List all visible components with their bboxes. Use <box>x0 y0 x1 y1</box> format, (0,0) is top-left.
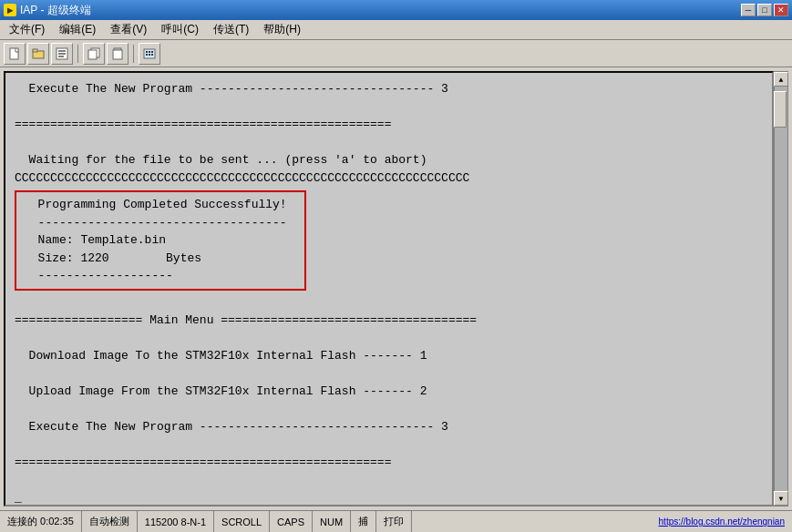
scroll-track[interactable] <box>775 87 787 491</box>
title-bar-left: ▶ IAP - 超级终端 <box>4 3 91 18</box>
terminal-line: Waiting for the file to be sent ... (pre… <box>15 151 763 169</box>
svg-rect-8 <box>88 50 97 59</box>
toolbar-open-btn[interactable] <box>27 43 49 65</box>
menu-edit[interactable]: 编辑(E) <box>52 20 103 39</box>
cursor-line: _ <box>15 489 763 506</box>
file-name: Name: Template.bin <box>24 231 297 250</box>
terminal-line <box>15 294 763 312</box>
toolbar <box>0 40 792 67</box>
toolbar-new-btn[interactable] <box>4 43 26 65</box>
toolbar-separator-2 <box>133 45 134 63</box>
terminal-line: Execute The New Program ----------------… <box>15 418 763 436</box>
terminal-line <box>15 472 763 490</box>
terminal-line: CCCCCCCCCCCCCCCCCCCCCCCCCCCCCCCCCCCCCCCC… <box>15 169 763 188</box>
menu-help[interactable]: 帮助(H) <box>256 20 308 39</box>
terminal-line: ================== Main Menu ===========… <box>15 312 763 330</box>
status-baud: 115200 8-N-1 <box>138 511 214 532</box>
menu-file[interactable]: 文件(F) <box>2 20 52 39</box>
status-scroll: SCROLL <box>214 511 270 532</box>
status-num: NUM <box>313 511 351 532</box>
scroll-down-button[interactable]: ▼ <box>774 491 788 506</box>
terminal-line: Execute The New Program ----------------… <box>15 80 763 98</box>
terminal[interactable]: Execute The New Program ----------------… <box>4 71 774 506</box>
window-title: IAP - 超级终端 <box>20 3 91 18</box>
svg-rect-15 <box>146 54 148 56</box>
terminal-line <box>15 134 763 152</box>
svg-rect-14 <box>151 51 153 53</box>
terminal-line <box>15 436 763 455</box>
menu-transfer[interactable]: 传送(T) <box>206 20 256 39</box>
status-link[interactable]: https://blog.csdn.net/zhengnian <box>652 515 792 528</box>
status-capture: 捕 <box>351 511 376 532</box>
svg-rect-2 <box>33 49 37 52</box>
svg-rect-13 <box>149 51 150 53</box>
toolbar-paste-btn[interactable] <box>107 43 129 65</box>
terminal-line <box>15 365 763 384</box>
status-connection: 连接的 0:02:35 <box>0 511 82 532</box>
highlight-separator: ----------------------------------- <box>24 214 297 232</box>
scroll-up-button[interactable]: ▲ <box>774 72 788 87</box>
terminal-container: Execute The New Program ----------------… <box>0 67 792 510</box>
scroll-thumb[interactable] <box>774 91 787 128</box>
svg-rect-10 <box>113 50 122 59</box>
title-bar: ▶ IAP - 超级终端 ─ □ ✕ <box>0 0 792 20</box>
minimize-button[interactable]: ─ <box>741 4 756 16</box>
terminal-line <box>15 330 763 348</box>
toolbar-dial-btn[interactable] <box>139 43 160 65</box>
terminal-line: ========================================… <box>15 454 763 472</box>
toolbar-properties-btn[interactable] <box>51 43 73 65</box>
highlight-box: Programming Completed Successfully! ----… <box>15 190 306 291</box>
status-detect[interactable]: 自动检测 <box>82 511 138 532</box>
status-print: 打印 <box>376 511 412 532</box>
menu-view[interactable]: 查看(V) <box>103 20 154 39</box>
toolbar-separator-1 <box>77 45 78 63</box>
app-icon: ▶ <box>4 4 16 16</box>
close-button[interactable]: ✕ <box>774 4 788 16</box>
svg-rect-16 <box>149 54 150 56</box>
terminal-line: Download Image To the STM32F10x Internal… <box>15 347 763 365</box>
scrollbar[interactable]: ▲ ▼ <box>774 71 788 506</box>
status-bar: 连接的 0:02:35 自动检测 115200 8-N-1 SCROLL CAP… <box>0 510 792 532</box>
terminal-line: Upload Image From the STM32F10x Internal… <box>15 383 763 401</box>
svg-rect-17 <box>151 54 153 56</box>
toolbar-copy-btn[interactable] <box>83 43 105 65</box>
title-bar-buttons: ─ □ ✕ <box>741 4 788 16</box>
svg-rect-0 <box>10 48 18 59</box>
maximize-button[interactable]: □ <box>757 4 772 16</box>
svg-rect-12 <box>146 51 148 53</box>
menu-bar: 文件(F) 编辑(E) 查看(V) 呼叫(C) 传送(T) 帮助(H) <box>0 20 792 40</box>
terminal-line <box>15 98 763 117</box>
highlight-separator2: ------------------- <box>24 267 297 285</box>
status-caps: CAPS <box>270 511 313 532</box>
success-message: Programming Completed Successfully! <box>24 196 297 214</box>
terminal-line: ========================================… <box>15 116 763 134</box>
menu-call[interactable]: 呼叫(C) <box>154 20 206 39</box>
file-size: Size: 1220 Bytes <box>24 250 297 268</box>
terminal-line <box>15 401 763 419</box>
